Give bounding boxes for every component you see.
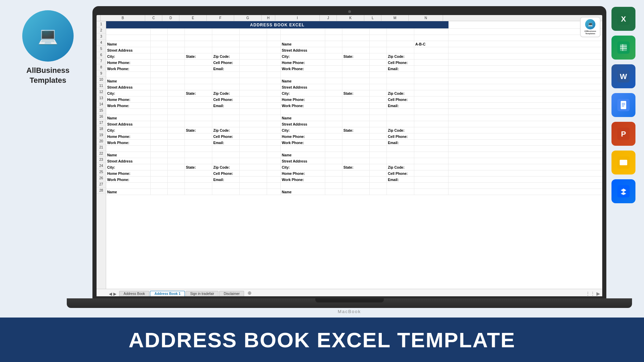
table-row (106, 72, 602, 78)
table-row: ADDRESS BOOK EXCEL (106, 21, 602, 29)
excel-spreadsheet: B C D E F G H I J K L M N (97, 15, 602, 296)
laptop-base (67, 298, 632, 308)
col-b-header: B (101, 15, 145, 21)
tab-address-book[interactable]: Address Book (119, 291, 149, 296)
col-h-header: H (262, 15, 275, 21)
tab-address-book-1[interactable]: Address Book 1 (150, 291, 185, 296)
sheet-options-icon[interactable]: ⋮⋮ (585, 291, 595, 296)
excel-body: 1 2 3 4 5 6 7 8 9 10 11 12 13 14 (97, 21, 602, 289)
table-row: City:State:Zip Code: City:State:Zip Code… (106, 127, 602, 133)
dropbox-icon[interactable] (611, 179, 635, 203)
col-i-header: I (275, 15, 320, 21)
col-g-header: G (234, 15, 262, 21)
tab-back-icon[interactable]: ◀ (109, 292, 112, 296)
laptop-container: B C D E F G H I J K L M N (92, 6, 606, 314)
table-row: Name Name (106, 78, 602, 84)
table-row (106, 35, 602, 41)
brand-name: AllBusinessTemplates (26, 66, 70, 85)
svg-text:W: W (620, 72, 627, 81)
table-row (106, 109, 602, 115)
col-c-header: C (145, 15, 162, 21)
col-l-header: L (364, 15, 381, 21)
macbook-label: MacBook (338, 309, 361, 314)
table-row: Home Phone:Cell Phone: Home Phone:Cell P… (106, 96, 602, 103)
table-row: Street Address Street Address (106, 121, 602, 127)
svg-rect-10 (621, 101, 626, 109)
slides-icon[interactable] (611, 151, 635, 174)
camera-dot (348, 10, 351, 13)
col-n-header: N (409, 15, 443, 21)
table-row: Name Name (106, 115, 602, 121)
tab-disclaimer[interactable]: Disclaimer (219, 291, 244, 296)
tab-sign-in-tradefair[interactable]: Sign in tradefair (186, 291, 218, 296)
table-row: Work Phone:Email: Work Phone:Email: (106, 177, 602, 183)
col-d-header: D (162, 15, 179, 21)
docs-icon[interactable] (611, 93, 635, 117)
scroll-right-icon[interactable]: ▶ (596, 291, 600, 296)
col-m-header: M (381, 15, 409, 21)
word-icon[interactable]: W (611, 64, 635, 88)
sheets-icon[interactable] (611, 36, 635, 60)
table-row: Work Phone:Email: Work Phone:Email: (106, 140, 602, 146)
col-f-header: F (207, 15, 234, 21)
abt-logo-text: AllBusinessTemplates (584, 30, 596, 35)
table-row: Street Address Street Address (106, 84, 602, 90)
tab-forward-icon[interactable]: ▶ (113, 292, 116, 296)
row-numbers: 1 2 3 4 5 6 7 8 9 10 11 12 13 14 (97, 21, 106, 289)
table-row: City: State: Zip Code: City: State: Zip (106, 53, 602, 60)
tab-navigation[interactable]: ◀ ▶ (107, 292, 118, 296)
laptop-screen: B C D E F G H I J K L M N (97, 15, 602, 296)
bottom-banner-text: ADDRESS BOOK EXCEL TEMPLATE (129, 328, 516, 352)
svg-text:P: P (621, 130, 626, 138)
table-row: Name Name (106, 189, 602, 195)
col-k-header: K (337, 15, 364, 21)
row-num-corner (97, 15, 101, 21)
excel-icon[interactable]: X (611, 7, 635, 31)
table-row: Home Phone:Cell Phone: Home Phone:Cell P… (106, 170, 602, 177)
table-row (106, 183, 602, 189)
table-row (106, 29, 602, 35)
laptop-notch (315, 298, 384, 302)
table-row (106, 146, 602, 152)
table-row: Home Phone: Cell Phone: Home Phone: Ce (106, 60, 602, 66)
add-sheet-button[interactable]: ⊕ (245, 289, 254, 296)
spreadsheet-grid: ADDRESS BOOK EXCEL (106, 21, 602, 289)
sheet-tabs: ◀ ▶ Address Book Address Book 1 Sign in … (97, 289, 602, 296)
svg-rect-17 (620, 160, 627, 165)
table-row: Street Address Street Address (106, 47, 602, 53)
table-row: Name Name A-B-C (106, 41, 602, 47)
table-row: City:State:Zip Code: City:State:Zip Code… (106, 164, 602, 170)
table-row: Name Name (106, 152, 602, 158)
logo-area: 💻 AllBusinessTemplates (10, 10, 86, 85)
col-e-header: E (179, 15, 207, 21)
table-row: Home Phone:Cell Phone: Home Phone:Cell P… (106, 133, 602, 140)
right-icons-panel: X W P (611, 7, 635, 203)
svg-text:X: X (621, 15, 626, 23)
laptop-icon: 💻 (38, 26, 58, 46)
title-cell: ADDRESS BOOK EXCEL (106, 21, 449, 28)
col-j-header: J (320, 15, 337, 21)
powerpoint-icon[interactable]: P (611, 122, 635, 146)
abt-logo-circle: 💻 (585, 19, 595, 29)
svg-rect-3 (620, 44, 627, 51)
table-row: Work Phone: Email: Work Phone: Email: (106, 66, 602, 72)
logo-circle: 💻 (22, 10, 74, 62)
laptop-screen-outer: B C D E F G H I J K L M N (92, 6, 606, 298)
allbusiness-small-logo: 💻 AllBusinessTemplates (580, 17, 601, 37)
column-headers: B C D E F G H I J K L M N (97, 15, 602, 21)
table-row: Work Phone:Email: Work Phone:Email: (106, 103, 602, 109)
bottom-banner: ADDRESS BOOK EXCEL TEMPLATE (0, 318, 644, 362)
table-row: Street Address Street Address (106, 158, 602, 164)
table-row: City:State:Zip Code: City:State:Zip Code… (106, 90, 602, 96)
